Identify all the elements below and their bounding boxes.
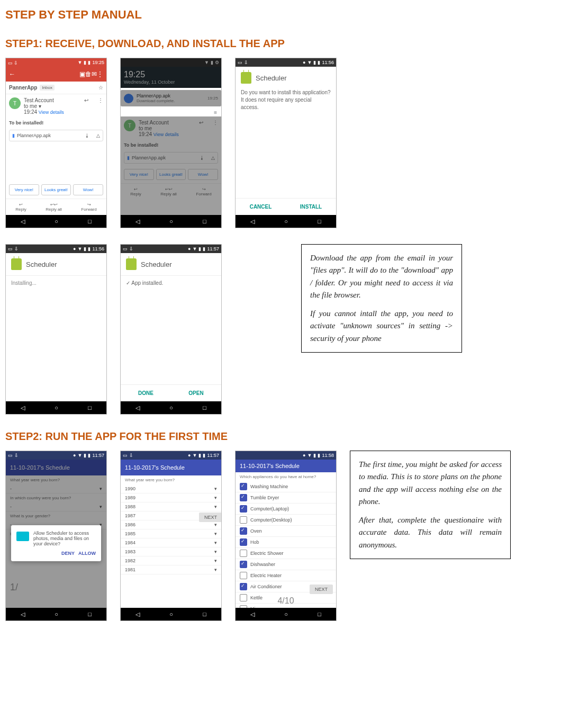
appliance-checkbox[interactable]: Electric Shower <box>236 548 336 559</box>
appliance-checkbox[interactable]: Dishwasher <box>236 559 336 570</box>
appliance-checkbox[interactable]: Hob <box>236 537 336 548</box>
download-complete-icon <box>124 94 133 103</box>
android-icon <box>126 258 137 270</box>
instructions-box-2: The first time, you might be asked for a… <box>350 451 511 559</box>
smart-reply[interactable]: Very nice! <box>9 184 39 195</box>
year-option[interactable]: 1982▾ <box>121 556 221 565</box>
screenshot-installing: ▭ ⇩●▼▮▮11:56 Scheduler Installing... ◁○□ <box>5 244 107 415</box>
more-icon[interactable]: ⋮ <box>98 97 103 103</box>
cancel-button[interactable]: CANCEL <box>236 199 286 215</box>
android-icon <box>241 72 251 84</box>
back-icon[interactable]: ← <box>9 70 15 78</box>
replyall-button[interactable]: ↩↩Reply all <box>46 202 62 212</box>
screenshot-permission: ▭ ⇩●▼▮▮11:57 11-10-2017's Schedule What … <box>5 451 107 621</box>
screenshot-gmail: ▭⇩ ▼▮▮19:25 ← ▣🗑✉⋮ PannerAppInbox ☆ T Te… <box>5 58 107 228</box>
delete-icon[interactable]: 🗑 <box>85 70 92 78</box>
instructions-box-1: Download the app from the email in your … <box>301 244 462 353</box>
more-icon[interactable]: ⋮ <box>97 70 103 78</box>
file-icon: ▮ <box>12 133 15 138</box>
download-icon[interactable]: ⭳ <box>85 133 89 138</box>
smart-reply[interactable]: Looks great! <box>41 184 71 195</box>
screenshot-install-prompt: ▭ ⇩ ●▼▮▮11:56 Scheduler Do you want to i… <box>235 58 337 228</box>
install-button[interactable]: INSTALL <box>286 199 336 215</box>
step2-heading: STEP2: RUN THE APP FOR THE FIRST TIME <box>5 430 565 443</box>
appliance-checkbox[interactable]: Tumble Dryer <box>236 492 336 504</box>
year-option[interactable]: 1990▾ <box>121 484 221 493</box>
year-option[interactable]: 1988▾ <box>121 502 221 511</box>
mail-icon[interactable]: ✉ <box>92 70 97 78</box>
open-button[interactable]: OPEN <box>171 385 221 401</box>
drive-icon[interactable]: △ <box>96 133 100 138</box>
appliance-checkbox[interactable]: Washing Machine <box>236 481 336 492</box>
screenshot-installed: ▭ ⇩●▼▮▮11:57 Scheduler ✓ App installed. … <box>120 244 222 415</box>
appliance-checkbox[interactable]: Oven <box>236 526 336 537</box>
appliance-checkbox[interactable]: Computer(Desktop) <box>236 515 336 526</box>
page-title: STEP BY STEP MANUAL <box>5 8 565 22</box>
screenshot-notification: ▼▮⚙ 19:25 Wednesday, 11 October PlannerA… <box>120 58 222 228</box>
reply-icon[interactable]: ↩ <box>84 97 88 103</box>
nav-home-icon[interactable]: ○ <box>55 218 58 224</box>
screenshot-years: ▭ ⇩●▼▮▮11:57 11-10-2017's Schedule What … <box>120 451 222 621</box>
appliance-checkbox[interactable]: Computer(Laptop) <box>236 504 336 515</box>
forward-button[interactable]: ↪Forward <box>81 202 96 212</box>
archive-icon[interactable]: ▣ <box>79 70 85 78</box>
done-button[interactable]: DONE <box>121 385 171 401</box>
nav-back-icon[interactable]: ◁ <box>21 218 25 225</box>
appliance-checkbox[interactable]: Electric Heater <box>236 570 336 581</box>
android-icon <box>11 258 22 270</box>
year-option[interactable]: 1985▾ <box>121 529 221 538</box>
year-option[interactable]: 1989▾ <box>121 493 221 502</box>
deny-button[interactable]: DENY <box>61 551 75 556</box>
folder-icon <box>16 532 29 541</box>
year-option[interactable]: 1984▾ <box>121 538 221 547</box>
screenshot-appliances: ●▼▮▮11:58 11-10-2017's Schedule Which ap… <box>235 451 337 621</box>
next-button[interactable]: NEXT <box>199 513 221 522</box>
allow-button[interactable]: ALLOW <box>78 551 96 556</box>
reply-button[interactable]: ↩Reply <box>15 202 26 212</box>
star-icon[interactable]: ☆ <box>98 85 103 91</box>
nav-recent-icon[interactable]: □ <box>88 218 92 224</box>
avatar: T <box>9 97 21 109</box>
year-option[interactable]: 1981▾ <box>121 565 221 574</box>
wifi-icon: ▼ <box>78 60 83 65</box>
step1-heading: STEP1: RECEIVE, DOWNLOAD, AND INSTALL TH… <box>5 38 565 50</box>
year-option[interactable]: 1983▾ <box>121 547 221 556</box>
smart-reply[interactable]: Wow! <box>73 184 103 195</box>
next-button[interactable]: NEXT <box>310 585 333 594</box>
